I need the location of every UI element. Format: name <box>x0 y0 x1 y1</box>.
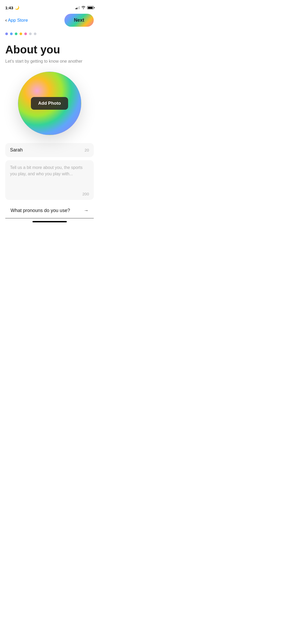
time-display: 1:43 <box>5 6 13 10</box>
main-content: About you Let's start by getting to know… <box>0 38 99 64</box>
progress-dot-3 <box>15 33 17 35</box>
form-section: Sarah 20 Tell us a bit more about you, t… <box>0 143 99 200</box>
pronouns-row[interactable]: What pronouns do you use? → <box>5 203 94 218</box>
home-indicator <box>32 221 67 222</box>
wifi-icon <box>81 6 86 10</box>
signal-bar-2 <box>77 8 77 9</box>
name-field-container[interactable]: Sarah 20 <box>5 143 94 157</box>
back-chevron-icon: ‹ <box>5 17 7 23</box>
progress-dot-1 <box>5 33 8 35</box>
progress-dot-5 <box>24 33 27 35</box>
name-value[interactable]: Sarah <box>10 147 23 153</box>
app-store-link[interactable]: App Store <box>8 18 28 23</box>
pronouns-label: What pronouns do you use? <box>11 208 70 213</box>
back-nav[interactable]: ‹ App Store <box>5 17 28 23</box>
progress-dots <box>0 29 99 38</box>
name-char-count: 20 <box>84 148 89 152</box>
next-button-label: Next <box>74 17 84 23</box>
photo-container[interactable]: Add Photo <box>0 72 99 135</box>
next-button[interactable]: Next <box>64 14 94 27</box>
bio-field-container[interactable]: Tell us a bit more about you, the sports… <box>5 160 94 200</box>
signal-bar-4 <box>79 6 80 9</box>
bio-placeholder: Tell us a bit more about you, the sports… <box>10 164 89 177</box>
battery-icon <box>87 6 94 9</box>
page-subtitle: Let's start by getting to know one anoth… <box>5 59 94 64</box>
status-icons <box>76 6 94 10</box>
progress-dot-4 <box>20 33 22 35</box>
status-time: 1:43 🌙 <box>5 6 19 10</box>
add-photo-label: Add Photo <box>38 101 61 106</box>
nav-bar: ‹ App Store Next <box>0 12 99 29</box>
signal-bar-3 <box>78 7 79 9</box>
battery-fill <box>88 7 93 9</box>
avatar-circle[interactable]: Add Photo <box>18 72 81 135</box>
moon-icon: 🌙 <box>15 6 19 10</box>
add-photo-button[interactable]: Add Photo <box>31 97 68 110</box>
arrow-icon: → <box>84 208 88 213</box>
progress-dot-6 <box>29 33 32 35</box>
signal-bars <box>76 6 80 9</box>
page-title: About you <box>5 44 94 56</box>
progress-dot-2 <box>10 33 13 35</box>
status-bar: 1:43 🌙 <box>0 0 99 12</box>
progress-dot-7 <box>34 33 36 35</box>
bio-char-count: 200 <box>82 192 89 196</box>
signal-bar-1 <box>76 8 76 9</box>
